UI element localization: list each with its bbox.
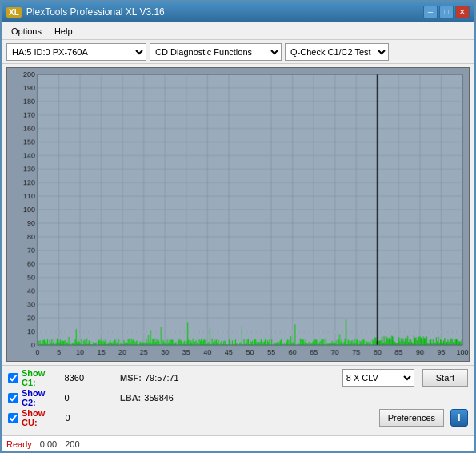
- c1-value: 8360: [65, 373, 104, 383]
- window-title: PlexTools Professional XL V3.16: [26, 6, 165, 18]
- c2-value: 0: [65, 393, 104, 403]
- show-cu-group: Show CU: 0: [8, 408, 104, 427]
- show-cu-label: Show CU:: [22, 408, 62, 427]
- bottom-value2: 200: [65, 439, 79, 449]
- start-button[interactable]: Start: [422, 369, 468, 387]
- status-row-1: Show C1: 8360 MSF: 79:57:71 8 X CLV 4 X …: [8, 369, 468, 387]
- show-c2-group: Show C2: 0: [8, 388, 104, 407]
- bottom-status-bar: Ready 0.00 200: [2, 435, 474, 451]
- msf-label: MSF:: [120, 373, 142, 383]
- preferences-button[interactable]: Preferences: [379, 409, 444, 427]
- app-logo: XL: [6, 7, 22, 18]
- menu-bar: Options Help: [2, 22, 474, 40]
- title-bar-buttons: ─ □ ✕: [423, 6, 470, 18]
- status-panel: Show C1: 8360 MSF: 79:57:71 8 X CLV 4 X …: [2, 365, 474, 435]
- maximize-button[interactable]: □: [439, 6, 454, 18]
- show-c2-label: Show C2:: [22, 388, 62, 407]
- chart-canvas: [7, 68, 469, 361]
- show-c1-checkbox[interactable]: [8, 373, 18, 383]
- show-cu-checkbox[interactable]: [8, 413, 18, 423]
- toolbar: HA:5 ID:0 PX-760A CD Diagnostic Function…: [2, 40, 474, 64]
- minimize-button[interactable]: ─: [423, 6, 438, 18]
- close-button[interactable]: ✕: [455, 6, 470, 18]
- bottom-value1: 0.00: [40, 439, 57, 449]
- speed-select[interactable]: 8 X CLV 4 X CLV 16 X CLV 24 X CLV 40 X C…: [342, 369, 414, 387]
- show-c2-checkbox[interactable]: [8, 393, 18, 403]
- row3-right: Preferences i: [379, 409, 468, 427]
- drive-select[interactable]: HA:5 ID:0 PX-760A: [6, 43, 146, 61]
- lba-group: LBA: 359846: [120, 393, 174, 403]
- test-select[interactable]: Q-Check C1/C2 Test: [285, 43, 389, 61]
- function-select[interactable]: CD Diagnostic Functions: [150, 43, 282, 61]
- ready-text: Ready: [6, 439, 32, 449]
- show-c1-group: Show C1: 8360: [8, 368, 104, 387]
- main-window: XL PlexTools Professional XL V3.16 ─ □ ✕…: [0, 0, 476, 453]
- menu-options[interactable]: Options: [5, 25, 48, 38]
- status-row-3: Show CU: 0 Preferences i: [8, 409, 468, 427]
- msf-group: MSF: 79:57:71: [120, 373, 179, 383]
- lba-label: LBA:: [120, 393, 141, 403]
- lba-value: 359846: [144, 393, 174, 403]
- msf-value: 79:57:71: [145, 373, 179, 383]
- show-c1-label: Show C1:: [22, 368, 62, 387]
- cu-value: 0: [65, 413, 104, 423]
- menu-help[interactable]: Help: [48, 25, 79, 38]
- info-button[interactable]: i: [450, 409, 468, 427]
- chart-area: [6, 67, 470, 362]
- title-bar: XL PlexTools Professional XL V3.16 ─ □ ✕: [2, 2, 474, 22]
- title-bar-left: XL PlexTools Professional XL V3.16: [6, 6, 165, 18]
- status-row-2: Show C2: 0 LBA: 359846: [8, 389, 468, 407]
- row1-right: 8 X CLV 4 X CLV 16 X CLV 24 X CLV 40 X C…: [342, 369, 468, 387]
